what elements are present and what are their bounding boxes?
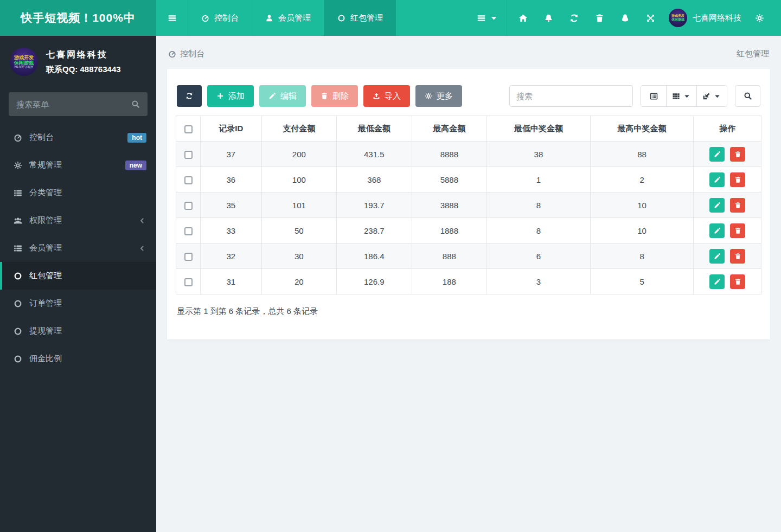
row-edit-button[interactable] [709,223,725,238]
cell-min-amount: 186.4 [337,243,412,269]
tab-list-dropdown[interactable] [469,0,507,36]
search-submit-button[interactable] [735,85,760,107]
refresh-button[interactable] [561,0,587,36]
profile-info: 七喜网络科技 联系QQ: 488763443 [46,49,121,75]
user-icon [265,14,273,22]
edit-button[interactable]: 编辑 [259,85,306,107]
list-menu-icon [477,14,486,23]
cell-record-id: 33 [201,218,261,243]
toolbar-right [509,85,760,107]
dashboard-icon [201,14,209,22]
breadcrumb-label: 控制台 [180,49,204,59]
sidebar-item-orders[interactable]: 订单管理 [0,290,156,317]
sidebar-item-general[interactable]: 常规管理 new [0,151,156,179]
cogs-icon [755,14,764,23]
th-grid-icon [672,92,680,100]
row-edit-button[interactable] [709,147,725,162]
more-button[interactable]: 更多 [415,85,462,107]
cell-min-win: 6 [487,243,591,269]
row-edit-button[interactable] [709,249,725,264]
avatar-text: 游戏开发 [14,55,34,60]
record-summary: 显示第 1 到第 6 条记录，总共 6 条记录 [176,306,761,317]
row-delete-button[interactable] [730,147,745,162]
caret-down-icon [489,14,498,23]
import-button[interactable]: 导入 [363,85,410,107]
row-edit-button[interactable] [709,198,725,213]
cell-pay-amount: 30 [261,243,337,269]
sidebar-item-members[interactable]: 会员管理 [0,234,156,262]
column-header: 最低金额 [337,116,412,142]
button-label: 导入 [385,91,401,101]
table-row: 36 100 368 5888 1 2 [176,167,761,193]
sidebar-item-dashboard[interactable]: 控制台 hot [0,124,156,151]
row-edit-button[interactable] [709,274,725,289]
clear-cache-button[interactable] [587,0,612,36]
select-all-checkbox[interactable] [184,125,193,133]
row-checkbox[interactable] [184,151,193,159]
gear-icon [425,92,432,100]
row-delete-button[interactable] [730,274,745,289]
tab-dashboard[interactable]: 控制台 [188,0,252,36]
row-checkbox[interactable] [184,202,193,210]
row-checkbox[interactable] [184,176,193,184]
export-button[interactable] [697,86,727,106]
list-alt-icon [650,92,658,100]
sidebar-toggle-button[interactable] [156,0,188,36]
cogs-icon [14,161,22,170]
column-header: 支付金额 [261,116,337,142]
trash-icon [734,227,741,234]
profile-avatar: 游戏开发 休闲游戏 H5·APP·小程序 [10,48,38,76]
fullscreen-button[interactable] [638,0,663,36]
sidebar-item-auth[interactable]: 权限管理 [0,207,156,234]
menu-label: 会员管理 [29,243,131,253]
sidebar-item-commission[interactable]: 佣金比例 [0,345,156,373]
row-delete-button[interactable] [730,198,745,213]
qq-icon [620,14,630,23]
sidebar-item-redpacket[interactable]: 红包管理 [0,262,156,290]
qq-contact-button[interactable] [612,0,638,36]
cell-record-id: 31 [201,269,261,294]
cell-pay-amount: 101 [261,193,337,218]
trash-icon [734,151,741,158]
delete-button[interactable]: 删除 [311,85,358,107]
refresh-button[interactable] [177,85,202,107]
breadcrumb[interactable]: 控制台 [168,49,204,59]
export-icon [702,92,710,100]
sidebar-item-category[interactable]: 分类管理 [0,179,156,207]
row-checkbox[interactable] [184,227,193,235]
cell-max-win: 10 [590,193,694,218]
row-delete-button[interactable] [730,172,745,187]
user-menu[interactable]: 游戏开发 休闲游戏 七喜网络科技 [663,9,747,27]
sidebar: 游戏开发 休闲游戏 H5·APP·小程序 七喜网络科技 联系QQ: 488763… [0,36,156,532]
settings-button[interactable] [747,0,772,36]
pencil-icon [714,278,721,285]
row-checkbox[interactable] [184,278,193,286]
cell-max-amount: 8888 [412,142,487,167]
menu-search-input[interactable] [16,100,131,109]
home-button[interactable] [510,0,536,36]
add-button[interactable]: 添加 [207,85,254,107]
toggle-view-button[interactable] [641,86,667,106]
cell-record-id: 36 [201,167,261,193]
profile-qq: 联系QQ: 488763443 [46,65,121,75]
row-checkbox[interactable] [184,253,193,261]
columns-button[interactable] [667,86,697,106]
row-delete-button[interactable] [730,249,745,264]
menu-label: 常规管理 [29,160,118,170]
tab-members[interactable]: 会员管理 [252,0,324,36]
button-label: 编辑 [280,91,297,101]
users-icon [14,216,22,225]
avatar: 游戏开发 休闲游戏 [669,9,687,27]
sidebar-item-withdraw[interactable]: 提现管理 [0,317,156,345]
row-delete-button[interactable] [730,223,745,238]
button-label: 添加 [228,91,245,101]
table-search-input[interactable] [509,85,633,107]
menu-label: 控制台 [29,132,120,143]
cell-max-win: 2 [590,167,694,193]
cell-min-win: 3 [487,269,591,294]
notifications-button[interactable] [536,0,561,36]
home-icon [518,14,528,23]
tab-redpacket[interactable]: 红包管理 [324,0,396,36]
row-edit-button[interactable] [709,172,725,187]
table-row: 31 20 126.9 188 3 5 [176,269,761,294]
